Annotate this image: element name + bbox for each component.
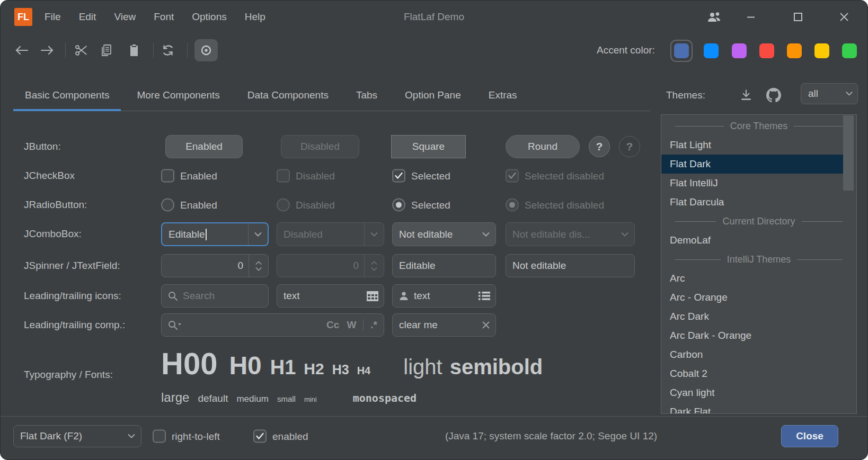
help-button[interactable]: ?: [589, 136, 610, 157]
chevron-down-icon: [615, 223, 634, 246]
tab-more-components[interactable]: More Components: [125, 80, 231, 111]
monospaced-sample: monospaced: [353, 392, 417, 404]
radio-dot: [396, 202, 402, 208]
theme-item-arc[interactable]: Arc: [661, 269, 844, 288]
theme-item-flat-intellij[interactable]: Flat IntelliJ: [661, 174, 844, 193]
theme-item-cyan-light[interactable]: Cyan light: [661, 383, 844, 402]
menu-help[interactable]: Help: [236, 11, 274, 23]
accent-swatch-yellow[interactable]: [814, 43, 829, 58]
radio-selected-disabled: Selected disabled: [506, 199, 604, 212]
accent-swatch-blue[interactable]: [704, 43, 719, 58]
square-button[interactable]: Square: [391, 135, 466, 158]
menubar: File Edit View Font Options Help: [36, 1, 274, 33]
h0-sample: H0: [229, 351, 261, 380]
theme-item-carbon[interactable]: Carbon: [661, 345, 844, 364]
spinner-buttons[interactable]: [249, 255, 268, 277]
chevron-down-icon[interactable]: [248, 223, 268, 245]
tab-extras[interactable]: Extras: [477, 80, 529, 111]
theme-item-cobalt-2[interactable]: Cobalt 2: [661, 364, 844, 383]
h2-sample: H2: [304, 360, 324, 378]
close-window-button[interactable]: [834, 7, 854, 26]
user-icon: [398, 291, 409, 301]
rtl-checkbox[interactable]: right-to-left: [153, 430, 220, 443]
chevron-up-icon: [370, 260, 378, 265]
cut-button[interactable]: [70, 39, 92, 62]
close-button[interactable]: Close: [781, 425, 838, 447]
menu-view[interactable]: View: [105, 11, 145, 23]
jcombobox-label: JComboBox:: [24, 228, 82, 240]
theme-item-arc-orange[interactable]: Arc - Orange: [661, 288, 844, 307]
theme-item-arc-dark-orange[interactable]: Arc Dark - Orange: [661, 326, 844, 345]
menu-edit[interactable]: Edit: [70, 11, 105, 23]
search-with-options-field[interactable]: Cc W .*: [161, 313, 384, 337]
radio-circle: [392, 199, 405, 212]
toolbar-separator: [153, 43, 154, 58]
tab-data-components[interactable]: Data Components: [236, 80, 340, 111]
theme-item-flat-light[interactable]: Flat Light: [661, 136, 844, 155]
radio-enabled[interactable]: Enabled: [161, 199, 217, 212]
themes-list: Core Themes Flat Light Flat Dark Flat In…: [661, 114, 857, 414]
forward-button[interactable]: [37, 39, 58, 62]
maximize-button[interactable]: [788, 7, 808, 26]
accent-swatch-green[interactable]: [842, 43, 857, 58]
clear-icon[interactable]: [482, 321, 490, 329]
radio-circle: [161, 199, 174, 212]
checkbox-box: [277, 169, 290, 183]
theme-item-flat-dark[interactable]: Flat Dark: [661, 155, 844, 174]
tab-option-pane[interactable]: Option Pane: [393, 80, 473, 111]
whole-word-button[interactable]: W: [347, 319, 356, 331]
accent-swatch-orange[interactable]: [787, 43, 802, 58]
accent-swatch-purple[interactable]: [732, 43, 747, 58]
themes-filter-combo[interactable]: all: [801, 83, 858, 104]
theme-item-flat-darcula[interactable]: Flat Darcula: [661, 193, 844, 212]
enabled-checkbox[interactable]: enabled: [253, 430, 308, 443]
refresh-button[interactable]: [157, 39, 179, 62]
checkbox-selected[interactable]: Selected: [392, 169, 450, 183]
match-case-button[interactable]: Cc: [326, 319, 339, 331]
light-sample: light: [403, 355, 442, 379]
minimize-button[interactable]: [741, 7, 761, 26]
menu-file[interactable]: File: [36, 11, 70, 23]
accent-swatch: [674, 43, 689, 58]
accent-swatch-selected[interactable]: [670, 40, 693, 62]
tab-basic-components[interactable]: Basic Components: [13, 80, 121, 111]
checkbox-enabled[interactable]: Enabled: [161, 169, 217, 183]
main-tabs: Basic Components More Components Data Co…: [13, 80, 650, 111]
menu-font[interactable]: Font: [145, 11, 183, 23]
github-button[interactable]: [765, 86, 783, 104]
radio-selected[interactable]: Selected: [392, 199, 450, 212]
laf-combo[interactable]: Flat Dark (F2): [13, 425, 141, 447]
textfield-editable[interactable]: Editable: [392, 254, 496, 277]
typography-headings: H00 H0 H1 H2 H3 H4 light semibold: [161, 346, 543, 381]
search-field[interactable]: Search: [161, 284, 269, 308]
download-themes-button[interactable]: [737, 86, 755, 104]
menu-options[interactable]: Options: [183, 11, 235, 23]
help-button-disabled: ?: [619, 136, 640, 157]
tab-tabs[interactable]: Tabs: [344, 80, 389, 111]
copy-button[interactable]: [96, 39, 117, 62]
combobox-not-editable-disabled: Not editable dis...: [506, 222, 635, 246]
themes-scrollbar[interactable]: [843, 115, 854, 191]
text-field-user-list[interactable]: text: [392, 284, 496, 308]
regex-button[interactable]: .*: [370, 319, 377, 331]
accent-swatch-red[interactable]: [759, 43, 774, 58]
theme-item-demolaf[interactable]: DemoLaf: [661, 231, 844, 250]
combobox-not-editable[interactable]: Not editable: [392, 222, 496, 246]
combobox-editable[interactable]: Editable: [161, 222, 269, 246]
theme-item-dark-flat[interactable]: Dark Flat: [661, 402, 844, 414]
table-icon: [367, 291, 378, 301]
users-button[interactable]: [704, 7, 724, 26]
spinner-enabled[interactable]: 0: [161, 254, 269, 277]
enabled-button[interactable]: Enabled: [165, 135, 243, 158]
text-field-table-icon[interactable]: text: [277, 284, 384, 308]
paste-button[interactable]: [123, 39, 145, 62]
inspect-toggle-button[interactable]: [194, 39, 218, 61]
jbutton-label: JButton:: [24, 141, 61, 152]
search-dropdown-icon[interactable]: [167, 320, 182, 330]
large-sample: large: [161, 390, 189, 405]
radio-circle: [506, 199, 519, 212]
theme-item-arc-dark[interactable]: Arc Dark: [661, 307, 844, 326]
back-button[interactable]: [11, 39, 32, 62]
clearable-field[interactable]: clear me: [392, 313, 496, 337]
round-button[interactable]: Round: [506, 135, 580, 158]
